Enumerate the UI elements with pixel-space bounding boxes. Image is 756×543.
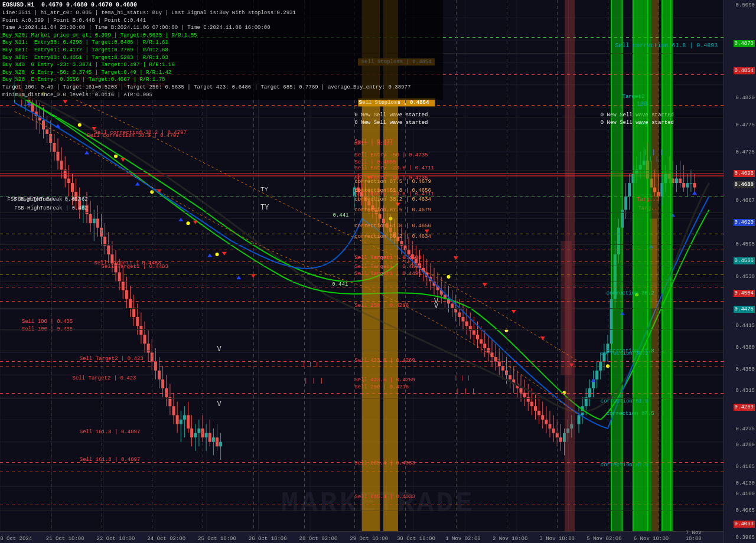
price-4667: 0.4667 [736, 198, 755, 204]
label-corr-382: correction 38.2 | 0.4634 [354, 234, 431, 240]
time-15: 7 Nov 18:00 [686, 530, 711, 542]
price-4065: 0.4065 [736, 508, 755, 513]
price-3965: 0.3965 [736, 535, 755, 541]
label-corr-618-right: correction 61.8 [601, 398, 649, 404]
price-4269: 0.4269 [734, 404, 755, 411]
price-scale: 0.5090 0.4870 0.4854 0.4820 0.4775 0.472… [724, 0, 756, 543]
price-4350: 0.4350 [736, 367, 755, 372]
label-sell-corr-382: Sell correction 38.2 | 0.4797 [87, 133, 180, 139]
label-sell-100: Sell 100 | 0.435 [22, 319, 73, 325]
price-4130: 0.4130 [736, 480, 755, 486]
time-11: 2 Nov 10:00 [493, 536, 527, 542]
time-8: 29 Oct 10:00 [350, 536, 388, 542]
price-4530: 0.4530 [736, 274, 755, 280]
vline-12 [608, 0, 608, 531]
time-13: 5 Nov 02:00 [586, 536, 621, 542]
price-4475: 0.4475 [734, 306, 755, 313]
ohlc: 0.4670 0.4680 0.4670 0.4680 [38, 2, 137, 8]
price-4854: 0.4854 [734, 67, 755, 74]
orange-zone-3 [651, 0, 659, 531]
vline-11 [557, 0, 558, 531]
buy-line2: Buy %11: Entry38: 0.4293 | Target:0.6486… [2, 39, 441, 47]
fsb-label: FSB-HighToBreak | 0.462 [7, 197, 80, 202]
label-sell-target-mid1: Sell Target1 | 0.4508 [354, 255, 421, 261]
price-4380: 0.4380 [736, 345, 755, 351]
buy-line7: Buy %28 E Entry: 0.3556 | Target:0.4667 … [2, 76, 441, 84]
label-sell-0477: Sell | 0.477 [354, 141, 393, 147]
ty-marker: TY [260, 186, 268, 193]
chart-container: EOSUSD.H1 0.4670 0.4680 0.4670 0.4680 Li… [0, 0, 756, 543]
label-target2-right: Sell correction 61.8 | 0.4893 [615, 42, 718, 49]
label-new-sell-wave-1: 0 New Sell wave started [354, 120, 428, 126]
price-4165: 0.4165 [736, 464, 755, 470]
label-new-sell-wave-2: 0 New Sell wave started [601, 120, 674, 126]
buy-line6: Buy %28 G Entry -50: 0.3745 | Target:0.4… [2, 69, 441, 77]
price-target2: 0.4870 [734, 40, 755, 47]
price-4680: 0.4680 [734, 181, 755, 188]
label-sell-685: Sell 685.4 | 0.4033 [354, 494, 415, 500]
time-14: 6 Nov 10:00 [634, 536, 669, 542]
green-zone-1 [611, 0, 622, 531]
info-line1: Line:3511 | h1_atr_c0: 0.005 | tema_h1_s… [2, 9, 441, 17]
price-4200: 0.4200 [736, 442, 755, 448]
time-9: 30 Oct 18:00 [397, 536, 435, 542]
buy-line5: Buy %40 G Entry -23: 0.3874 | Target:0.4… [2, 61, 441, 69]
price-4775: 0.4775 [736, 122, 755, 128]
time-7: 28 Oct 02:00 [299, 536, 338, 542]
price-4100: 0.4100 [736, 491, 755, 497]
time-3: 22 Oct 18:00 [97, 536, 135, 542]
label-sell-entry-50: Sell Entry -50 | 0.4735 [354, 175, 428, 181]
v-marker-2: V [434, 297, 438, 306]
price-4415: 0.4415 [736, 323, 755, 329]
time-6: 26 Oct 18:00 [249, 536, 287, 542]
price-4696: 0.4696 [734, 170, 755, 177]
label-corr-875: correction 87.5 | 0.4679 [354, 207, 431, 213]
label-sell-250: Sell 250 | 0.4216 [354, 303, 409, 309]
label-0441: 0.441 [333, 212, 349, 218]
symbol-title: EOSUSD.H1 0.4670 0.4680 0.4670 0.4680 [2, 1, 441, 9]
green-zone-2 [633, 0, 651, 531]
price-4235: 0.4235 [736, 426, 755, 432]
label-sell-04655: Sell | 0.4655 [354, 159, 396, 165]
price-4504: 0.4504 [734, 290, 755, 297]
targets-line: Target 100: 0.49 | Target 161=0.5203 | T… [2, 84, 441, 91]
time-4: 24 Oct 02:00 [147, 536, 185, 542]
price-4315: 0.4315 [736, 388, 755, 394]
label-corr-382-right: correction 38.2 [601, 351, 649, 356]
label-sell-target1: Sell Target1 | 0.4483 [94, 260, 161, 266]
vline-10 [507, 0, 507, 531]
time-scale: 20 Oct 2024 21 Oct 10:00 22 Oct 18:00 24… [0, 531, 724, 543]
vline-9 [456, 0, 457, 531]
green-zone-3 [662, 0, 673, 531]
price-4033: 0.4033 [734, 521, 755, 528]
min-distance: minimum_distance_0.0 levels: 0.0116 | AT… [2, 91, 441, 99]
price-5090: 0.5090 [736, 2, 755, 8]
buy-line4: Buy %88: Entry88: 0.4051 | Target:0.5203… [2, 54, 441, 62]
info-line3: Time A:2024.11.04 23:00:00 | Time B:2024… [2, 24, 441, 32]
info-panel: EOSUSD.H1 0.4670 0.4680 0.4670 0.4680 Li… [0, 0, 443, 100]
vline-13 [659, 0, 659, 531]
label-corr-618: correction 61.8 | 0.4656 [354, 223, 431, 229]
info-line2: Point A:0.399 | Point B:0.448 | Point C:… [2, 17, 441, 25]
time-12: 3 Nov 18:00 [540, 536, 575, 542]
symbol: EOSUSD.H1 [2, 2, 34, 8]
time-2: 21 Oct 10:00 [46, 536, 84, 542]
price-4566: 0.4566 [734, 257, 755, 264]
v-marker-1: V [217, 345, 221, 354]
label-sell-target-mid2: Sell Target1 | 0.4491 [354, 271, 421, 277]
red-zone-1 [565, 0, 575, 531]
price-4725: 0.4725 [736, 149, 755, 155]
label-100-right: 100 [637, 101, 647, 107]
indicator-bars: | | | [644, 149, 663, 156]
time-1: 20 Oct 2024 [0, 536, 32, 542]
price-4620: 0.4620 [734, 219, 755, 226]
label-sell-entry-236: Sell Entry -23.6 | 0.4711 [354, 191, 434, 197]
indicator-bars-2: | | | [304, 377, 324, 384]
time-5: 25 Oct 10:00 [198, 536, 236, 542]
label-sell-1618: Sell 161.8 | 0.4097 [80, 457, 141, 463]
time-10: 1 Nov 02:00 [445, 536, 480, 542]
label-sell-target2: Sell Target2 | 0.423 [80, 356, 144, 362]
label-corr-875-right: correction 87.5 [601, 462, 649, 468]
label-sell-4236: Sell 423.6 | 0.4269 [354, 377, 415, 383]
buy-line3: Buy %61: Entry61: 0.4177 | Target:0.7769… [2, 47, 441, 54]
